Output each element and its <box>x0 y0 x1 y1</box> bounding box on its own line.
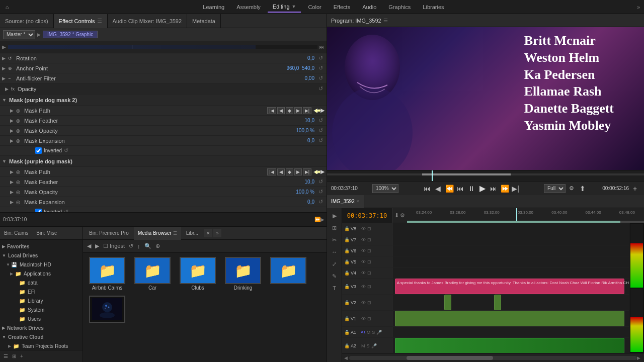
opacity-reset[interactable]: ↺ <box>316 85 325 92</box>
pm-btn-go-in[interactable]: ⏮ <box>455 185 465 193</box>
mask-prev-btn[interactable]: ◀ <box>277 107 285 114</box>
local-drives-section[interactable]: ▼ Local Drives <box>0 251 83 260</box>
efi-item[interactable]: 📁 EFI <box>0 287 83 296</box>
rotation-value[interactable]: 0,0 <box>286 55 316 61</box>
v2-clip1[interactable] <box>444 295 451 310</box>
anchor-reset[interactable]: ↺ <box>316 65 325 71</box>
mask1-opacity-reset[interactable]: ↺ <box>316 189 325 195</box>
mask1-last-btn[interactable]: ▶| <box>303 168 311 175</box>
ingest-toggle[interactable]: ☐ Ingest <box>102 243 126 249</box>
scroll-right-btn[interactable]: ▶ <box>637 355 642 360</box>
pm-btn-go-out[interactable]: ⏭ <box>489 185 499 193</box>
nav-audio[interactable]: Audio <box>357 2 381 12</box>
mask1-expansion-value[interactable]: 0,0 <box>286 199 316 205</box>
tab-close-icon[interactable]: ✕ <box>356 199 360 204</box>
media-item-dark-scene[interactable] <box>87 296 127 324</box>
track-a1-content[interactable] <box>392 327 629 337</box>
track-v5-content[interactable] <box>392 256 629 267</box>
tool-snap[interactable]: ⊞ <box>329 222 340 233</box>
system-item[interactable]: 📁 System <box>0 305 83 314</box>
refresh-btn[interactable]: ↺ <box>128 243 134 249</box>
pm-btn-jog-back[interactable]: ⏪ <box>444 185 454 193</box>
team-projects-item[interactable]: ▶ 📁 Team Projects Roots <box>0 341 83 350</box>
mask2-expansion-row[interactable]: ▶ ◎ Mask Expansion 0,0 ↺ <box>0 136 327 146</box>
pm-scrubber-bar[interactable] <box>327 170 644 181</box>
track-eye-btn[interactable]: 👁 <box>361 259 366 264</box>
track-solo-btn[interactable]: S <box>366 343 370 348</box>
tool-slip[interactable]: ↔ <box>329 246 340 257</box>
tool-razor[interactable]: ✂ <box>329 234 340 245</box>
opacity-section[interactable]: ▶ fx Opacity ↺ <box>0 83 327 95</box>
expand-panel-btn[interactable]: » <box>213 229 221 237</box>
mask1-prev-btn[interactable]: ◀ <box>277 168 285 175</box>
ec-timeline-bar[interactable] <box>8 45 317 49</box>
scroll-thumb[interactable] <box>407 356 493 360</box>
close-panel-btn[interactable]: ✕ <box>204 229 212 237</box>
mask2-expansion-value[interactable]: 0,0 <box>286 138 316 143</box>
lock-icon[interactable]: 🔒 <box>344 284 350 289</box>
media-item-clubs[interactable]: 📁 Clubs <box>178 257 218 291</box>
antiflicker-value[interactable]: 0,00 <box>286 75 316 81</box>
track-v4-content[interactable] <box>392 267 629 278</box>
track-eye-btn[interactable]: 👁 <box>361 248 366 253</box>
sort-btn[interactable]: ↕ <box>136 243 141 249</box>
rotation-row[interactable]: ▶ ↺ Rotation 0,0 ↺ <box>0 53 327 63</box>
mask1-add-keyframe-btn[interactable]: ◆ <box>286 168 293 175</box>
tab-media-browser[interactable]: Media Browser ☰ <box>134 227 181 240</box>
mask2-opacity-row[interactable]: ▶ ◎ Mask Opacity 100,0 % ↺ <box>0 126 327 136</box>
nav-effects[interactable]: Effects <box>329 2 355 12</box>
track-v7-content[interactable] <box>392 234 629 245</box>
track-sync-btn[interactable]: ⊡ <box>367 226 372 231</box>
timeline-scrubber-area[interactable]: 03:24:00 03:28:00 03:32:00 03:36:00 03:4… <box>407 208 644 223</box>
nav-back-btn[interactable]: ◀ <box>86 243 92 249</box>
pm-menu-icon[interactable]: ☰ <box>383 18 388 23</box>
network-drives-section[interactable]: ▶ Network Drives <box>0 323 83 332</box>
antiflicker-row[interactable]: ▶ ~ Anti-flicker Filter 0,00 ↺ <box>0 73 327 83</box>
mask2-expansion-reset[interactable]: ↺ <box>316 137 325 144</box>
rotation-reset[interactable]: ↺ <box>316 55 325 61</box>
nav-assembly[interactable]: Assembly <box>231 2 266 12</box>
nav-forward-btn[interactable]: ▶ <box>94 243 100 249</box>
grid-view-btn[interactable]: ⊞ <box>11 353 18 359</box>
track-sync-btn[interactable]: ⊡ <box>367 300 372 305</box>
mask2-path-row[interactable]: ▶ ◎ Mask Path |◀ ◀ ◆ ▶ ▶| ◀ ◆ ▶ ◆ <box>0 106 327 116</box>
tab-bin-caims[interactable]: Bin: Caims <box>0 227 32 240</box>
search-btn[interactable]: 🔍 <box>143 243 152 249</box>
tab-menu-icon[interactable]: ☰ <box>97 18 102 24</box>
mask1-feather-reset[interactable]: ↺ <box>316 178 325 185</box>
data-item[interactable]: 📁 data <box>0 278 83 287</box>
diamond1-right-icon[interactable]: ▶ <box>320 168 325 175</box>
credits-clip[interactable]: A special thanks to James Bradley for gi… <box>395 279 624 294</box>
media-browser-menu-icon[interactable]: ☰ <box>173 231 177 236</box>
v2-clip2[interactable] <box>494 295 501 310</box>
pm-zoom-select[interactable]: 100% <box>372 184 398 193</box>
track-sync-btn[interactable]: ⊡ <box>367 248 372 253</box>
mask2-opacity-value[interactable]: 100,0 % <box>286 128 316 133</box>
list-view-btn[interactable]: ☰ <box>2 353 10 359</box>
lock-icon[interactable]: 🔒 <box>344 226 350 231</box>
lock-icon[interactable]: 🔒 <box>344 248 350 253</box>
v1-main-clip[interactable] <box>395 311 624 326</box>
mask2-inverted-checkbox[interactable] <box>35 147 42 154</box>
track-sync-btn[interactable]: ⊡ <box>367 316 372 321</box>
tab-bin-premiere-pro[interactable]: Bin: Premiere Pro <box>85 227 133 240</box>
scroll-left-btn[interactable]: ◀ <box>344 355 349 360</box>
pm-add-track-btn[interactable]: + <box>630 185 640 193</box>
tab-bin-misc[interactable]: Bin: Misc <box>32 227 61 240</box>
mask-first-btn[interactable]: |◀ <box>267 107 276 114</box>
tab-effect-controls[interactable]: Effect Controls ☰ <box>54 14 108 28</box>
lock-icon[interactable]: 🔒 <box>344 270 350 276</box>
mask2-inverted-row[interactable]: Inverted ↺ <box>0 146 327 156</box>
lock-icon[interactable]: 🔒 <box>344 237 350 242</box>
pm-btn-step-back[interactable]: ◀ <box>433 185 443 193</box>
nav-libraries[interactable]: Libraries <box>418 2 449 12</box>
tab-libraries[interactable]: Libr... <box>182 227 202 240</box>
nav-graphics[interactable]: Graphics <box>383 2 416 12</box>
pm-export-btn[interactable]: ⬆ <box>578 185 588 193</box>
mask-add-keyframe-btn[interactable]: ◆ <box>286 107 293 114</box>
track-eye-btn[interactable]: 👁 <box>361 237 366 242</box>
timeline-timecode-display[interactable]: 00:03:37:10 <box>342 208 392 223</box>
track-mute-btn[interactable]: M <box>366 330 371 335</box>
timeline-ingest-btn[interactable]: ⬇ <box>394 212 399 219</box>
track-mic-btn[interactable]: 🎤 <box>376 330 382 335</box>
